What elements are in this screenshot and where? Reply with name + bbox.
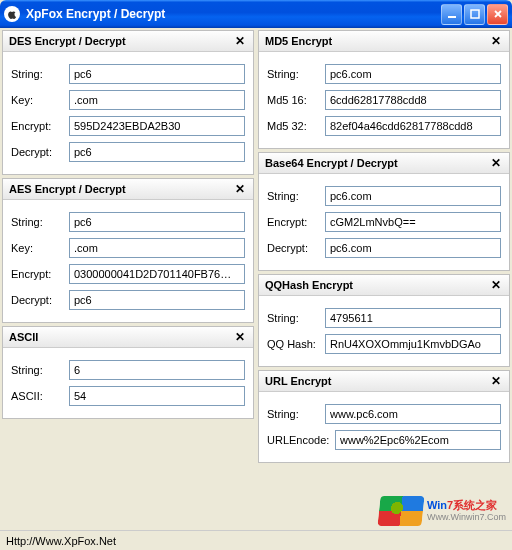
md5-panel-title: MD5 Encrypt xyxy=(265,35,489,47)
url-encode-input[interactable] xyxy=(335,430,501,450)
qqhash-panel-title: QQHash Encrypt xyxy=(265,279,489,291)
ascii-value-label: ASCII: xyxy=(11,390,69,402)
base64-string-label: String: xyxy=(267,190,325,202)
aes-encrypt-label: Encrypt: xyxy=(11,268,69,280)
des-key-label: Key: xyxy=(11,94,69,106)
base64-encrypt-label: Encrypt: xyxy=(267,216,325,228)
qqhash-panel: QQHash Encrypt ✕ String: QQ Hash: xyxy=(258,274,510,367)
base64-panel-header: Base64 Encrypt / Decrypt ✕ xyxy=(259,153,509,174)
des-string-label: String: xyxy=(11,68,69,80)
md5-32-input[interactable] xyxy=(325,116,501,136)
base64-decrypt-label: Decrypt: xyxy=(267,242,325,254)
md5-string-label: String: xyxy=(267,68,325,80)
url-panel-header: URL Encrypt ✕ xyxy=(259,371,509,392)
base64-decrypt-input[interactable] xyxy=(325,238,501,258)
des-key-input[interactable] xyxy=(69,90,245,110)
des-panel-header: DES Encrypt / Decrypt ✕ xyxy=(3,31,253,52)
window-title: XpFox Encrypt / Decrypt xyxy=(26,7,441,21)
des-decrypt-input[interactable] xyxy=(69,142,245,162)
statusbar: Http://Www.XpFox.Net xyxy=(0,530,512,550)
qqhash-string-input[interactable] xyxy=(325,308,501,328)
md5-panel-header: MD5 Encrypt ✕ xyxy=(259,31,509,52)
svg-rect-1 xyxy=(471,10,479,18)
aes-panel-header: AES Encrypt / Decrypt ✕ xyxy=(3,179,253,200)
ascii-string-label: String: xyxy=(11,364,69,376)
des-string-input[interactable] xyxy=(69,64,245,84)
qqhash-panel-header: QQHash Encrypt ✕ xyxy=(259,275,509,296)
base64-encrypt-input[interactable] xyxy=(325,212,501,232)
close-icon[interactable]: ✕ xyxy=(233,182,247,196)
content-area: DES Encrypt / Decrypt ✕ String: Key: Enc… xyxy=(0,28,512,530)
minimize-button[interactable] xyxy=(441,4,462,25)
close-icon[interactable]: ✕ xyxy=(233,34,247,48)
base64-panel-title: Base64 Encrypt / Decrypt xyxy=(265,157,489,169)
statusbar-text: Http://Www.XpFox.Net xyxy=(6,535,116,547)
qqhash-hash-input[interactable] xyxy=(325,334,501,354)
aes-encrypt-input[interactable] xyxy=(69,264,245,284)
close-icon[interactable]: ✕ xyxy=(489,374,503,388)
right-column: MD5 Encrypt ✕ String: Md5 16: Md5 32: xyxy=(258,30,510,528)
app-icon xyxy=(4,6,20,22)
aes-string-input[interactable] xyxy=(69,212,245,232)
close-icon[interactable]: ✕ xyxy=(489,278,503,292)
url-panel-title: URL Encrypt xyxy=(265,375,489,387)
des-panel: DES Encrypt / Decrypt ✕ String: Key: Enc… xyxy=(2,30,254,175)
md5-16-label: Md5 16: xyxy=(267,94,325,106)
url-string-input[interactable] xyxy=(325,404,501,424)
ascii-value-input[interactable] xyxy=(69,386,245,406)
url-encode-label: URLEncode: xyxy=(267,434,335,446)
ascii-panel-title: ASCII xyxy=(9,331,233,343)
md5-32-label: Md5 32: xyxy=(267,120,325,132)
md5-panel: MD5 Encrypt ✕ String: Md5 16: Md5 32: xyxy=(258,30,510,149)
des-encrypt-input[interactable] xyxy=(69,116,245,136)
aes-string-label: String: xyxy=(11,216,69,228)
des-panel-title: DES Encrypt / Decrypt xyxy=(9,35,233,47)
aes-key-input[interactable] xyxy=(69,238,245,258)
des-decrypt-label: Decrypt: xyxy=(11,146,69,158)
close-icon[interactable]: ✕ xyxy=(489,156,503,170)
ascii-panel-header: ASCII ✕ xyxy=(3,327,253,348)
ascii-string-input[interactable] xyxy=(69,360,245,380)
close-button[interactable] xyxy=(487,4,508,25)
aes-panel: AES Encrypt / Decrypt ✕ String: Key: Enc… xyxy=(2,178,254,323)
aes-key-label: Key: xyxy=(11,242,69,254)
url-panel: URL Encrypt ✕ String: URLEncode: xyxy=(258,370,510,463)
des-encrypt-label: Encrypt: xyxy=(11,120,69,132)
base64-panel: Base64 Encrypt / Decrypt ✕ String: Encry… xyxy=(258,152,510,271)
svg-rect-0 xyxy=(448,16,456,18)
aes-decrypt-input[interactable] xyxy=(69,290,245,310)
maximize-button[interactable] xyxy=(464,4,485,25)
qqhash-hash-label: QQ Hash: xyxy=(267,338,325,350)
qqhash-string-label: String: xyxy=(267,312,325,324)
md5-string-input[interactable] xyxy=(325,64,501,84)
ascii-panel: ASCII ✕ String: ASCII: xyxy=(2,326,254,419)
titlebar: XpFox Encrypt / Decrypt xyxy=(0,0,512,28)
close-icon[interactable]: ✕ xyxy=(233,330,247,344)
close-icon[interactable]: ✕ xyxy=(489,34,503,48)
base64-string-input[interactable] xyxy=(325,186,501,206)
url-string-label: String: xyxy=(267,408,325,420)
left-column: DES Encrypt / Decrypt ✕ String: Key: Enc… xyxy=(2,30,254,528)
md5-16-input[interactable] xyxy=(325,90,501,110)
aes-decrypt-label: Decrypt: xyxy=(11,294,69,306)
window-controls xyxy=(441,4,508,25)
aes-panel-title: AES Encrypt / Decrypt xyxy=(9,183,233,195)
